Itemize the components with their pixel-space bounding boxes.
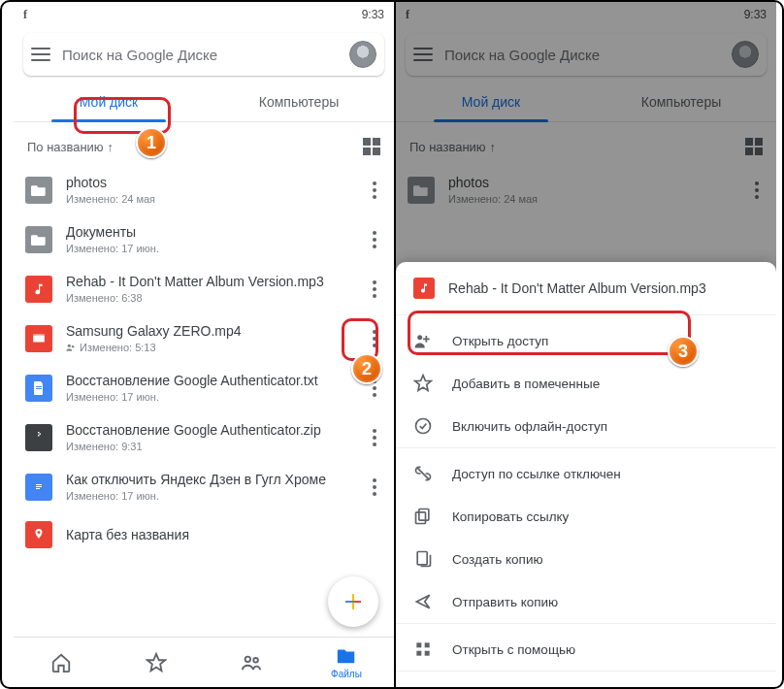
svg-rect-23 — [425, 651, 430, 656]
list-item[interactable]: Восстановление Google Authenticator.zipИ… — [19, 412, 388, 462]
menu-download[interactable]: Скачать — [396, 675, 776, 687]
folder-icon — [25, 226, 52, 253]
more-icon[interactable] — [367, 478, 382, 496]
svg-rect-20 — [416, 642, 421, 647]
more-icon[interactable] — [367, 231, 382, 248]
nav-shared[interactable] — [204, 638, 299, 687]
svg-rect-12 — [36, 488, 40, 489]
menu-open-with[interactable]: Открыть с помощью — [396, 628, 776, 671]
avatar[interactable] — [349, 41, 376, 68]
grid-view-icon[interactable] — [363, 138, 380, 155]
nav-starred[interactable] — [109, 638, 204, 687]
svg-rect-6 — [38, 432, 40, 434]
svg-rect-4 — [36, 386, 42, 387]
more-icon[interactable] — [367, 280, 382, 298]
svg-rect-0 — [33, 335, 45, 342]
pane-divider — [394, 2, 396, 687]
svg-rect-21 — [425, 642, 430, 647]
nav-files[interactable]: Файлы — [299, 638, 394, 687]
menu-icon[interactable] — [31, 48, 50, 61]
file-list: photosИзменено: 24 мая ДокументыИзменено… — [14, 165, 394, 558]
svg-rect-10 — [36, 484, 42, 485]
more-icon[interactable] — [367, 330, 382, 347]
more-icon[interactable] — [367, 429, 382, 446]
tab-my-drive[interactable]: Мой диск — [14, 82, 204, 121]
more-icon[interactable] — [367, 181, 382, 199]
svg-point-15 — [417, 335, 422, 340]
svg-rect-8 — [38, 435, 40, 437]
svg-rect-17 — [419, 509, 429, 521]
svg-point-16 — [416, 419, 431, 434]
clock-time: 9:33 — [362, 8, 384, 21]
sheet-header: Rehab - It Don't Matter Album Version.mp… — [396, 262, 776, 314]
list-item[interactable]: ДокументыИзменено: 17 июн. — [19, 214, 388, 264]
sheet-title: Rehab - It Don't Matter Album Version.mp… — [448, 280, 706, 296]
facebook-icon: f — [23, 8, 27, 22]
menu-share[interactable]: Открыть доступ — [396, 319, 776, 362]
list-item[interactable]: photosИзменено: 24 мая — [19, 165, 388, 214]
list-item[interactable]: Rehab - It Don't Matter Album Version.mp… — [19, 264, 388, 313]
menu-copy-link[interactable]: Копировать ссылку — [396, 495, 776, 538]
marker-1: 1 — [136, 127, 167, 158]
tab-computers[interactable]: Компьютеры — [204, 82, 394, 121]
menu-offline[interactable]: Включить офлайн-доступ — [396, 405, 776, 447]
svg-point-13 — [245, 656, 251, 662]
svg-rect-1 — [33, 334, 45, 335]
menu-link-off[interactable]: Доступ по ссылке отключен — [396, 452, 776, 495]
svg-point-3 — [72, 345, 75, 348]
audio-icon — [413, 278, 435, 299]
list-item[interactable]: Как отключить Яндекс Дзен в Гугл ХромеИз… — [19, 462, 388, 511]
bottom-nav: Файлы — [14, 637, 394, 687]
audio-icon — [25, 276, 52, 303]
fab-add-button[interactable] — [328, 576, 378, 627]
marker-3: 3 — [668, 336, 699, 367]
svg-rect-5 — [36, 388, 42, 389]
menu-star[interactable]: Добавить в помеченные — [396, 362, 776, 405]
svg-rect-19 — [417, 552, 427, 565]
search-placeholder: Поиск на Google Диске — [62, 47, 338, 63]
marker-2: 2 — [351, 353, 382, 384]
zip-file-icon — [25, 424, 52, 451]
svg-point-14 — [253, 657, 258, 662]
map-icon — [25, 521, 52, 548]
svg-rect-22 — [416, 651, 421, 656]
list-item[interactable]: Восстановление Google Authenticator.txtИ… — [19, 363, 388, 412]
sort-row: По названию↑ — [14, 122, 394, 165]
text-file-icon — [25, 375, 52, 402]
svg-rect-18 — [416, 512, 426, 524]
list-item[interactable]: Samsung Galaxy ZERO.mp4Изменено: 5:13 — [19, 313, 388, 363]
bottom-sheet: Rehab - It Don't Matter Album Version.mp… — [396, 262, 776, 687]
menu-make-copy[interactable]: Создать копию — [396, 538, 776, 580]
sort-button[interactable]: По названию↑ — [27, 140, 114, 154]
list-item[interactable]: Карта без названия — [19, 511, 388, 558]
doc-file-icon — [25, 474, 52, 501]
svg-point-2 — [68, 344, 71, 347]
right-screenshot: f 9:33 Поиск на Google Диске Мой диск Ко… — [396, 2, 776, 687]
status-bar: f 9:33 — [14, 2, 394, 27]
nav-home[interactable] — [14, 638, 109, 687]
svg-rect-11 — [36, 486, 42, 487]
folder-icon — [25, 177, 52, 204]
svg-rect-7 — [40, 433, 42, 435]
left-screenshot: f 9:33 Поиск на Google Диске Мой диск Ко… — [14, 2, 394, 687]
tabs: Мой диск Компьютеры — [14, 82, 394, 122]
search-bar[interactable]: Поиск на Google Диске — [23, 33, 384, 76]
video-icon — [25, 325, 52, 352]
menu-send-copy[interactable]: Отправить копию — [396, 580, 776, 623]
